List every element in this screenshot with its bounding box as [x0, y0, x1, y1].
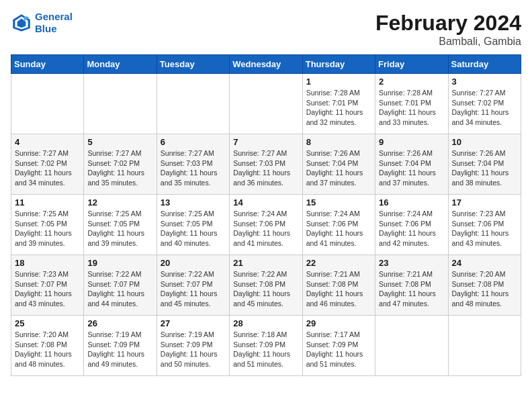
calendar-cell: 19Sunrise: 7:22 AM Sunset: 7:07 PM Dayli…: [84, 255, 157, 316]
calendar-week-row: 1Sunrise: 7:28 AM Sunset: 7:01 PM Daylig…: [11, 74, 521, 134]
day-info: Sunrise: 7:27 AM Sunset: 7:02 PM Dayligh…: [15, 148, 80, 188]
calendar-week-row: 11Sunrise: 7:25 AM Sunset: 7:05 PM Dayli…: [11, 195, 521, 255]
day-number: 8: [306, 137, 371, 147]
day-number: 3: [452, 77, 517, 87]
day-number: 17: [452, 197, 517, 208]
day-number: 1: [306, 77, 371, 87]
calendar-cell: 18Sunrise: 7:23 AM Sunset: 7:07 PM Dayli…: [11, 255, 84, 316]
day-info: Sunrise: 7:26 AM Sunset: 7:04 PM Dayligh…: [379, 148, 444, 188]
day-info: Sunrise: 7:19 AM Sunset: 7:09 PM Dayligh…: [161, 330, 226, 369]
day-number: 27: [161, 318, 226, 328]
page-header: General Blue February 2024 Bambali, Gamb…: [11, 11, 521, 48]
calendar-cell: 14Sunrise: 7:24 AM Sunset: 7:06 PM Dayli…: [230, 195, 302, 255]
day-info: Sunrise: 7:24 AM Sunset: 7:06 PM Dayligh…: [233, 209, 298, 248]
day-number: 5: [87, 137, 152, 147]
calendar-week-row: 4Sunrise: 7:27 AM Sunset: 7:02 PM Daylig…: [11, 134, 521, 195]
weekday-header-row: SundayMondayTuesdayWednesdayThursdayFrid…: [11, 55, 521, 74]
calendar-cell: 6Sunrise: 7:27 AM Sunset: 7:03 PM Daylig…: [157, 134, 229, 195]
day-info: Sunrise: 7:24 AM Sunset: 7:06 PM Dayligh…: [379, 209, 444, 248]
calendar-cell: 12Sunrise: 7:25 AM Sunset: 7:05 PM Dayli…: [84, 195, 157, 255]
day-info: Sunrise: 7:22 AM Sunset: 7:08 PM Dayligh…: [233, 269, 298, 309]
calendar-cell: 4Sunrise: 7:27 AM Sunset: 7:02 PM Daylig…: [11, 134, 84, 195]
calendar-header: SundayMondayTuesdayWednesdayThursdayFrid…: [11, 55, 521, 74]
calendar-cell: 26Sunrise: 7:19 AM Sunset: 7:09 PM Dayli…: [84, 316, 157, 376]
calendar-week-row: 18Sunrise: 7:23 AM Sunset: 7:07 PM Dayli…: [11, 255, 521, 316]
calendar-body: 1Sunrise: 7:28 AM Sunset: 7:01 PM Daylig…: [11, 74, 521, 376]
calendar-cell: 25Sunrise: 7:20 AM Sunset: 7:08 PM Dayli…: [11, 316, 84, 376]
calendar-cell: [157, 74, 229, 134]
day-info: Sunrise: 7:26 AM Sunset: 7:04 PM Dayligh…: [452, 148, 517, 188]
logo-text: General Blue: [35, 11, 73, 35]
day-info: Sunrise: 7:18 AM Sunset: 7:09 PM Dayligh…: [233, 330, 298, 369]
calendar-cell: 27Sunrise: 7:19 AM Sunset: 7:09 PM Dayli…: [157, 316, 229, 376]
day-number: 29: [306, 318, 371, 328]
logo: General Blue: [11, 11, 73, 35]
calendar-cell: 17Sunrise: 7:23 AM Sunset: 7:06 PM Dayli…: [448, 195, 521, 255]
calendar-cell: 20Sunrise: 7:22 AM Sunset: 7:07 PM Dayli…: [157, 255, 229, 316]
day-info: Sunrise: 7:27 AM Sunset: 7:03 PM Dayligh…: [161, 148, 226, 188]
day-info: Sunrise: 7:22 AM Sunset: 7:07 PM Dayligh…: [87, 269, 152, 309]
weekday-header-friday: Friday: [375, 55, 448, 74]
day-number: 23: [379, 258, 444, 268]
day-number: 28: [233, 318, 298, 328]
day-number: 16: [379, 197, 444, 208]
day-number: 13: [161, 197, 226, 208]
calendar-cell: [448, 316, 521, 376]
day-number: 20: [161, 258, 226, 268]
day-info: Sunrise: 7:27 AM Sunset: 7:02 PM Dayligh…: [87, 148, 152, 188]
calendar-cell: [375, 316, 448, 376]
calendar-cell: 8Sunrise: 7:26 AM Sunset: 7:04 PM Daylig…: [302, 134, 375, 195]
day-number: 9: [379, 137, 444, 147]
day-info: Sunrise: 7:21 AM Sunset: 7:08 PM Dayligh…: [379, 269, 444, 309]
day-number: 26: [87, 318, 152, 328]
day-info: Sunrise: 7:21 AM Sunset: 7:08 PM Dayligh…: [306, 269, 371, 309]
day-info: Sunrise: 7:26 AM Sunset: 7:04 PM Dayligh…: [306, 148, 371, 188]
calendar-cell: 24Sunrise: 7:20 AM Sunset: 7:08 PM Dayli…: [448, 255, 521, 316]
day-number: 25: [15, 318, 80, 328]
weekday-header-tuesday: Tuesday: [157, 55, 229, 74]
day-info: Sunrise: 7:27 AM Sunset: 7:02 PM Dayligh…: [452, 88, 517, 128]
day-info: Sunrise: 7:19 AM Sunset: 7:09 PM Dayligh…: [87, 330, 152, 369]
calendar-cell: 10Sunrise: 7:26 AM Sunset: 7:04 PM Dayli…: [448, 134, 521, 195]
day-info: Sunrise: 7:27 AM Sunset: 7:03 PM Dayligh…: [233, 148, 298, 188]
day-number: 14: [233, 197, 298, 208]
calendar-cell: 15Sunrise: 7:24 AM Sunset: 7:06 PM Dayli…: [302, 195, 375, 255]
calendar-table: SundayMondayTuesdayWednesdayThursdayFrid…: [11, 54, 521, 376]
weekday-header-saturday: Saturday: [448, 55, 521, 74]
day-number: 15: [306, 197, 371, 208]
day-info: Sunrise: 7:17 AM Sunset: 7:09 PM Dayligh…: [306, 330, 371, 369]
day-number: 6: [161, 137, 226, 147]
calendar-cell: [11, 74, 84, 134]
logo-icon: [11, 12, 32, 34]
calendar-cell: 28Sunrise: 7:18 AM Sunset: 7:09 PM Dayli…: [230, 316, 302, 376]
day-info: Sunrise: 7:20 AM Sunset: 7:08 PM Dayligh…: [452, 269, 517, 309]
calendar-cell: [84, 74, 157, 134]
day-info: Sunrise: 7:28 AM Sunset: 7:01 PM Dayligh…: [306, 88, 371, 128]
calendar-cell: 9Sunrise: 7:26 AM Sunset: 7:04 PM Daylig…: [375, 134, 448, 195]
calendar-cell: [230, 74, 302, 134]
calendar-cell: 7Sunrise: 7:27 AM Sunset: 7:03 PM Daylig…: [230, 134, 302, 195]
day-info: Sunrise: 7:24 AM Sunset: 7:06 PM Dayligh…: [306, 209, 371, 248]
day-info: Sunrise: 7:25 AM Sunset: 7:05 PM Dayligh…: [87, 209, 152, 248]
location-subtitle: Bambali, Gambia: [375, 36, 521, 48]
calendar-cell: 2Sunrise: 7:28 AM Sunset: 7:01 PM Daylig…: [375, 74, 448, 134]
calendar-cell: 21Sunrise: 7:22 AM Sunset: 7:08 PM Dayli…: [230, 255, 302, 316]
weekday-header-thursday: Thursday: [302, 55, 375, 74]
day-number: 22: [306, 258, 371, 268]
day-info: Sunrise: 7:20 AM Sunset: 7:08 PM Dayligh…: [15, 330, 80, 369]
day-number: 24: [452, 258, 517, 268]
day-number: 12: [87, 197, 152, 208]
month-year-title: February 2024: [375, 11, 521, 36]
day-number: 11: [15, 197, 80, 208]
calendar-cell: 5Sunrise: 7:27 AM Sunset: 7:02 PM Daylig…: [84, 134, 157, 195]
calendar-cell: 13Sunrise: 7:25 AM Sunset: 7:05 PM Dayli…: [157, 195, 229, 255]
title-block: February 2024 Bambali, Gambia: [375, 11, 521, 48]
calendar-week-row: 25Sunrise: 7:20 AM Sunset: 7:08 PM Dayli…: [11, 316, 521, 376]
day-number: 4: [15, 137, 80, 147]
weekday-header-sunday: Sunday: [11, 55, 84, 74]
day-info: Sunrise: 7:23 AM Sunset: 7:07 PM Dayligh…: [15, 269, 80, 309]
day-number: 10: [452, 137, 517, 147]
day-number: 21: [233, 258, 298, 268]
calendar-cell: 29Sunrise: 7:17 AM Sunset: 7:09 PM Dayli…: [302, 316, 375, 376]
calendar-cell: 1Sunrise: 7:28 AM Sunset: 7:01 PM Daylig…: [302, 74, 375, 134]
